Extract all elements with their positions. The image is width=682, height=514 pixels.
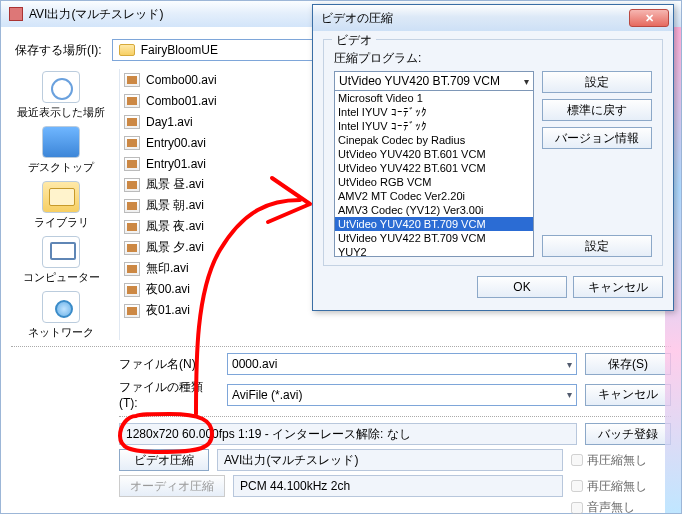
codec-option[interactable]: UtVideo YUV420 BT.601 VCM bbox=[335, 147, 533, 161]
codec-option[interactable]: UtVideo YUV420 BT.709 VCM bbox=[335, 217, 533, 231]
batch-register-button[interactable]: バッチ登録 bbox=[585, 423, 671, 445]
settings-button[interactable]: 設定 bbox=[542, 71, 652, 93]
file-name: Entry00.avi bbox=[146, 136, 206, 150]
audio-none-check[interactable]: 音声無し bbox=[571, 499, 671, 514]
default-button[interactable]: 標準に戻す bbox=[542, 99, 652, 121]
main-title: AVI出力(マルチスレッド) bbox=[29, 6, 163, 23]
audio-compress-button: オーディオ圧縮 bbox=[119, 475, 225, 497]
avi-file-icon bbox=[124, 199, 140, 213]
close-icon[interactable]: ✕ bbox=[629, 9, 669, 27]
file-name: 風景 夕.avi bbox=[146, 239, 204, 256]
group-title: ビデオ bbox=[332, 32, 376, 49]
avi-file-icon bbox=[124, 178, 140, 192]
file-name: Entry01.avi bbox=[146, 157, 206, 171]
codec-option[interactable]: Microsoft Video 1 bbox=[335, 91, 533, 105]
video-compress-button[interactable]: ビデオ圧縮 bbox=[119, 449, 209, 471]
ok-button[interactable]: OK bbox=[477, 276, 567, 298]
video-compression-dialog: ビデオの圧縮 ✕ ビデオ 圧縮プログラム: UtVideo YUV420 BT.… bbox=[312, 4, 674, 311]
no-recompress-check[interactable]: 再圧縮無し bbox=[571, 452, 671, 469]
places-bar: 最近表示した場所デスクトップライブラリコンピューターネットワーク bbox=[11, 69, 111, 340]
codec-option[interactable]: UtVideo YUV422 BT.709 VCM bbox=[335, 231, 533, 245]
place-label: ネットワーク bbox=[15, 325, 107, 340]
place-label: 最近表示した場所 bbox=[15, 105, 107, 120]
dialog-cancel-button[interactable]: キャンセル bbox=[573, 276, 663, 298]
video-group: ビデオ 圧縮プログラム: UtVideo YUV420 BT.709 VCM M… bbox=[323, 39, 663, 266]
pc-icon bbox=[42, 236, 80, 268]
folder-name: FairyBloomUE bbox=[141, 43, 218, 57]
place-recent[interactable]: 最近表示した場所 bbox=[15, 71, 107, 120]
file-name: 夜00.avi bbox=[146, 281, 190, 298]
codec-option[interactable]: Intel IYUV ｺｰﾃﾞｯｸ bbox=[335, 119, 533, 133]
filename-label: ファイル名(N): bbox=[119, 356, 219, 373]
codec-option[interactable]: Intel IYUV ｺｰﾃﾞｯｸ bbox=[335, 105, 533, 119]
video-compress-value: AVI出力(マルチスレッド) bbox=[217, 449, 563, 471]
compress-program-listbox[interactable]: Microsoft Video 1Intel IYUV ｺｰﾃﾞｯｸIntel … bbox=[334, 91, 534, 257]
place-net[interactable]: ネットワーク bbox=[15, 291, 107, 340]
settings2-button[interactable]: 設定 bbox=[542, 235, 652, 257]
avi-file-icon bbox=[124, 220, 140, 234]
avi-file-icon bbox=[124, 157, 140, 171]
codec-option[interactable]: UtVideo YUV422 BT.601 VCM bbox=[335, 161, 533, 175]
no-recompress-audio-check[interactable]: 再圧縮無し bbox=[571, 478, 671, 495]
audio-compress-value: PCM 44.100kHz 2ch bbox=[233, 475, 563, 497]
file-name: Combo00.avi bbox=[146, 73, 217, 87]
codec-option[interactable]: AMV3 Codec (YV12) Ver3.00i bbox=[335, 203, 533, 217]
codec-option[interactable]: AMV2 MT Codec Ver2.20i bbox=[335, 189, 533, 203]
file-name: 風景 朝.avi bbox=[146, 197, 204, 214]
filetype-combo[interactable]: AviFile (*.avi) bbox=[227, 384, 577, 406]
version-info-button[interactable]: バージョン情報 bbox=[542, 127, 652, 149]
recent-icon bbox=[42, 71, 80, 103]
filetype-label: ファイルの種類(T): bbox=[119, 379, 219, 410]
codec-option[interactable]: YUY2 bbox=[335, 245, 533, 257]
net-icon bbox=[42, 291, 80, 323]
cancel-button[interactable]: キャンセル bbox=[585, 384, 671, 406]
place-desktop[interactable]: デスクトップ bbox=[15, 126, 107, 175]
window-icon bbox=[9, 7, 23, 21]
codec-option[interactable]: UtVideo RGB VCM bbox=[335, 175, 533, 189]
file-name: 風景 昼.avi bbox=[146, 176, 204, 193]
desktop-icon bbox=[42, 126, 80, 158]
compress-program-combo[interactable]: UtVideo YUV420 BT.709 VCM bbox=[334, 71, 534, 91]
save-button[interactable]: 保存(S) bbox=[585, 353, 671, 375]
file-name: 夜01.avi bbox=[146, 302, 190, 319]
avi-file-icon bbox=[124, 136, 140, 150]
filename-input[interactable]: 0000.avi bbox=[227, 353, 577, 375]
avi-file-icon bbox=[124, 73, 140, 87]
lib-icon bbox=[42, 181, 80, 213]
file-name: 無印.avi bbox=[146, 260, 189, 277]
compress-program-label: 圧縮プログラム: bbox=[334, 50, 652, 67]
avi-file-icon bbox=[124, 304, 140, 318]
avi-file-icon bbox=[124, 241, 140, 255]
save-location-label: 保存する場所(I): bbox=[15, 42, 102, 59]
file-name: 風景 夜.avi bbox=[146, 218, 204, 235]
avi-file-icon bbox=[124, 94, 140, 108]
avi-file-icon bbox=[124, 283, 140, 297]
folder-icon bbox=[119, 44, 135, 56]
place-label: デスクトップ bbox=[15, 160, 107, 175]
place-lib[interactable]: ライブラリ bbox=[15, 181, 107, 230]
place-label: コンピューター bbox=[15, 270, 107, 285]
avi-file-icon bbox=[124, 115, 140, 129]
file-name: Day1.avi bbox=[146, 115, 193, 129]
file-name: Combo01.avi bbox=[146, 94, 217, 108]
place-label: ライブラリ bbox=[15, 215, 107, 230]
dialog-titlebar[interactable]: ビデオの圧縮 ✕ bbox=[313, 5, 673, 31]
video-info-bar: 1280x720 60.000fps 1:19 - インターレース解除: なし bbox=[119, 423, 577, 445]
codec-option[interactable]: Cinepak Codec by Radius bbox=[335, 133, 533, 147]
avi-file-icon bbox=[124, 262, 140, 276]
dialog-title: ビデオの圧縮 bbox=[321, 10, 393, 27]
place-pc[interactable]: コンピューター bbox=[15, 236, 107, 285]
